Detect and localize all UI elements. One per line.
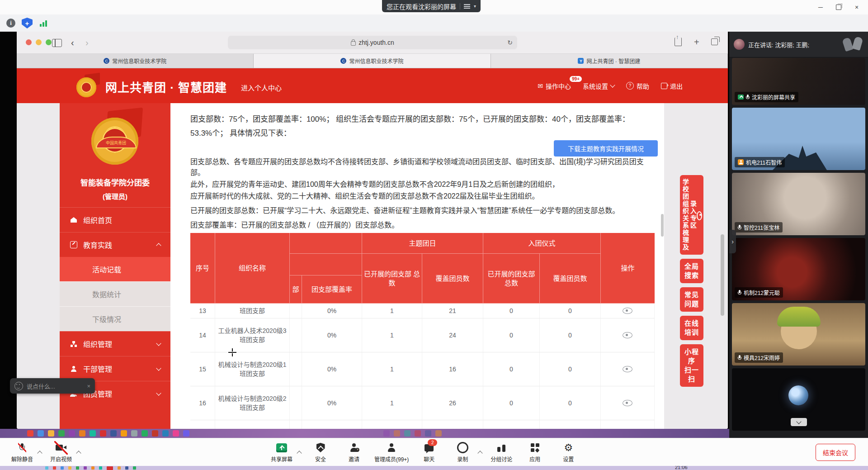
- dock-app-icon[interactable]: [69, 430, 75, 437]
- site-nav-logout[interactable]: 退出: [661, 81, 683, 90]
- scroll-down-button[interactable]: [791, 418, 807, 426]
- sidebar-item-教育实践[interactable]: 教育实践: [60, 232, 170, 257]
- quick-button-5[interactable]: 小程序扫一扫: [680, 344, 703, 387]
- share-page-icon[interactable]: [675, 38, 682, 46]
- panel-collapse-handle[interactable]: ›: [729, 230, 736, 253]
- dock-app-icon[interactable]: [183, 430, 189, 437]
- taskbar-app-icon[interactable]: [118, 466, 121, 470]
- toolbar-button-开启视频[interactable]: 开启视频: [45, 440, 77, 465]
- page-scrollbar[interactable]: [721, 234, 724, 316]
- traffic-close-button[interactable]: [26, 39, 32, 45]
- taskbar-app-icon[interactable]: [61, 466, 64, 470]
- dock-app-icon[interactable]: [383, 430, 390, 437]
- taskbar-app-icon[interactable]: [91, 466, 94, 470]
- quick-button-2[interactable]: 全局搜索: [680, 259, 703, 283]
- tab-overview-icon[interactable]: [711, 38, 718, 45]
- site-nav-action-center[interactable]: ✉操作中心99+: [538, 81, 571, 90]
- traffic-zoom-button[interactable]: [46, 39, 52, 45]
- sidebar-item-组织首页[interactable]: 组织首页: [60, 207, 170, 232]
- toolbar-button-设置[interactable]: ⚙设置: [552, 440, 584, 465]
- dock-app-icon[interactable]: [131, 430, 137, 437]
- dock-app-icon[interactable]: [162, 430, 169, 437]
- forward-button[interactable]: ›: [85, 38, 89, 47]
- chat-hint-pill[interactable]: 说点什么... ×: [10, 378, 95, 394]
- video-tile-partial[interactable]: [732, 368, 865, 431]
- taskbar-app-icon[interactable]: [99, 466, 102, 470]
- browser-tab-1[interactable]: C常州信息职业技术学院: [17, 54, 254, 68]
- enter-personal-center-link[interactable]: 进入个人中心: [241, 83, 282, 92]
- address-bar[interactable]: zhtj.youth.cn ↻: [228, 36, 517, 49]
- new-tab-icon[interactable]: +: [694, 37, 699, 47]
- toolbar-button-邀请[interactable]: +邀请: [338, 440, 370, 465]
- chat-close-icon[interactable]: ×: [87, 383, 90, 389]
- taskbar-app-icon[interactable]: [107, 466, 113, 470]
- video-tile-模具212宋雨婷[interactable]: 模具212宋雨婷: [732, 303, 865, 366]
- toolbar-button-应用[interactable]: 应用: [519, 440, 551, 465]
- video-tile-沈彩丽的屏幕共享[interactable]: 沈彩丽的屏幕共享: [732, 58, 865, 105]
- taskbar-app-icon[interactable]: [68, 466, 71, 470]
- taskbar-app-icon[interactable]: [125, 466, 128, 470]
- browser-tab-2[interactable]: C常州信息职业技术学院: [254, 54, 491, 68]
- video-tile-机制212蒙元聪[interactable]: 机制212蒙元聪: [732, 238, 865, 300]
- maximize-button[interactable]: [831, 1, 846, 13]
- banner-menu-caret-icon[interactable]: ▾: [474, 4, 476, 9]
- sidebar-item-下级情况[interactable]: 下级情况: [60, 306, 170, 331]
- dock-app-icon[interactable]: [110, 430, 117, 437]
- dock-app-icon[interactable]: [121, 430, 127, 437]
- site-nav-help[interactable]: ?帮助: [626, 81, 649, 90]
- video-tile-智控211张宝林[interactable]: 智控211张宝林: [732, 173, 865, 235]
- taskbar-app-icon[interactable]: [84, 466, 87, 470]
- view-eye-icon[interactable]: [623, 308, 632, 314]
- view-eye-icon[interactable]: [623, 400, 632, 406]
- download-report-button[interactable]: 下载主题教育实践开展情况: [554, 140, 658, 157]
- table-scrollbar[interactable]: [661, 214, 664, 237]
- taskbar-app-icon[interactable]: [45, 466, 48, 470]
- meeting-security-badge[interactable]: +: [22, 18, 33, 28]
- toolbar-button-聊天[interactable]: 2聊天: [413, 440, 445, 465]
- meeting-info-button[interactable]: i: [5, 18, 16, 28]
- toolbar-button-解除静音[interactable]: 解除静音: [6, 440, 38, 465]
- taskbar-app-icon[interactable]: [133, 466, 136, 470]
- taskbar-app-icon[interactable]: [53, 466, 56, 470]
- toolbar-button-安全[interactable]: 安全: [305, 440, 336, 465]
- quick-button-4[interactable]: 在线培训: [680, 316, 703, 340]
- dock-app-icon[interactable]: [394, 430, 400, 437]
- dock-app-icon[interactable]: [435, 430, 442, 437]
- dock-app-icon[interactable]: [90, 430, 96, 437]
- dock-app-icon[interactable]: [58, 430, 65, 437]
- dock-app-icon[interactable]: [173, 430, 179, 437]
- sidebar-item-数据统计[interactable]: 数据统计: [60, 281, 170, 306]
- quick-button-3[interactable]: 常见问题: [680, 287, 703, 312]
- end-meeting-button[interactable]: 结束会议: [816, 444, 855, 461]
- video-tile-机电211石智伟[interactable]: 机电211石智伟: [732, 108, 865, 170]
- toolbar-button-管理成员(99+)[interactable]: 管理成员(99+): [372, 440, 411, 465]
- minimize-button[interactable]: ─: [813, 1, 828, 13]
- dock-app-icon[interactable]: [48, 430, 54, 437]
- view-eye-icon[interactable]: [623, 332, 632, 338]
- dock-app-icon[interactable]: [415, 430, 421, 437]
- dock-app-icon[interactable]: [404, 430, 410, 437]
- dock-app-icon[interactable]: [152, 430, 158, 437]
- site-nav-system-settings[interactable]: 系统设置: [583, 81, 614, 90]
- taskbar-app-icon[interactable]: [76, 466, 79, 470]
- browser-tab-3[interactable]: Y网上共青团 · 智慧团建: [491, 54, 728, 68]
- dock-app-icon[interactable]: [27, 430, 33, 437]
- quick-button-1[interactable]: 学校团组织关系梳理及录入专区: [680, 175, 703, 255]
- dock-app-icon[interactable]: [100, 430, 106, 437]
- sidebar-item-组织管理[interactable]: 组织管理: [60, 331, 170, 356]
- dock-app-icon[interactable]: [142, 430, 148, 437]
- back-button[interactable]: ‹: [71, 38, 74, 47]
- banner-menu-icon[interactable]: [464, 4, 470, 9]
- dock-app-icon[interactable]: [79, 430, 85, 437]
- reload-icon[interactable]: ↻: [507, 39, 513, 46]
- sidebar-item-干部管理[interactable]: 干部管理: [60, 356, 170, 381]
- view-eye-icon[interactable]: [623, 366, 632, 372]
- toolbar-button-分组讨论[interactable]: 分组讨论: [486, 440, 517, 465]
- sidebar-toggle-icon[interactable]: [52, 39, 62, 47]
- toolbar-button-共享屏幕[interactable]: 共享屏幕: [266, 440, 297, 465]
- emoji-icon[interactable]: [14, 382, 23, 390]
- dock-app-icon[interactable]: [425, 430, 431, 437]
- traffic-minimize-button[interactable]: [36, 39, 42, 45]
- toolbar-button-录制[interactable]: 录制: [447, 440, 478, 465]
- dock-app-icon[interactable]: [38, 430, 44, 437]
